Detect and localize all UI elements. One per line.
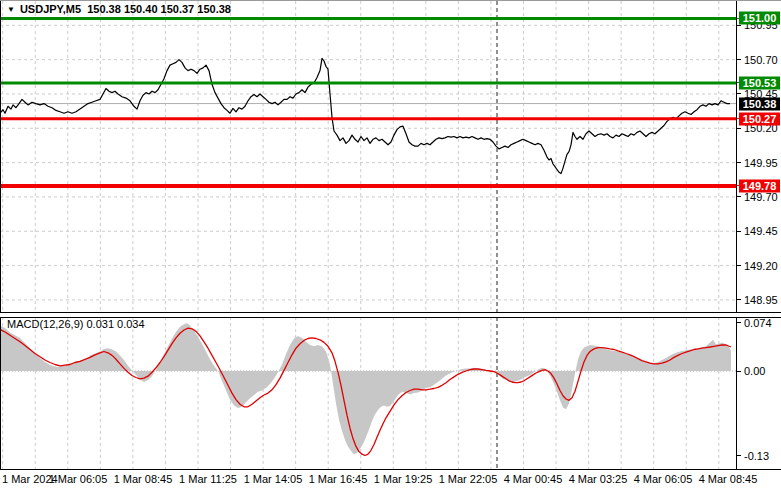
price-chart-pane[interactable] [0, 1, 736, 313]
time-axis-label: 4 Mar 08:45 [699, 473, 758, 485]
price-axis[interactable]: 150.95150.70150.45150.20149.95149.70149.… [736, 1, 781, 469]
time-axis-label: 1 Mar 19:25 [374, 473, 433, 485]
chart-window: ▼USDJPY,M5 150.38 150.40 150.37 150.38 M… [0, 0, 781, 489]
chart-title-quotes: 150.38 150.40 150.37 150.38 [87, 3, 231, 15]
chart-left-border [0, 1, 1, 469]
price-axis-label: 150.70 [744, 54, 778, 66]
price-axis-label: 148.95 [744, 294, 778, 306]
time-axis-label: 4 Mar 00:45 [504, 473, 563, 485]
price-line-series [0, 58, 730, 173]
level-price-badge: 150.53 [739, 76, 780, 89]
axis-tick-mark [737, 59, 741, 60]
price-axis-label: 149.45 [744, 225, 778, 237]
price-axis-label: 149.70 [744, 191, 778, 203]
time-axis-label: 1 Mar 08:45 [114, 473, 173, 485]
time-axis-label: 1 Mar 22:05 [439, 473, 498, 485]
axis-tick-mark [737, 455, 741, 456]
macd-axis-label: -0.13 [744, 450, 769, 462]
axis-tick-mark [737, 196, 741, 197]
chart-title-symbol: USDJPY,M5 [20, 3, 81, 15]
time-axis-label: 1 Mar 06:05 [49, 473, 108, 485]
time-axis-label: 4 Mar 06:05 [634, 473, 693, 485]
time-axis[interactable]: 1 Mar 20241 Mar 06:051 Mar 08:451 Mar 11… [0, 470, 781, 489]
axis-tick-mark [737, 25, 741, 26]
macd-indicator-label: MACD(12,26,9) 0.031 0.034 [7, 318, 145, 330]
axis-tick-mark [737, 371, 741, 372]
macd-axis-label: 0.00 [744, 365, 765, 377]
axis-tick-mark [737, 322, 741, 323]
level-price-badge: 151.00 [739, 12, 780, 25]
axis-tick-mark [737, 231, 741, 232]
chart-title: ▼USDJPY,M5 150.38 150.40 150.37 150.38 [7, 3, 231, 15]
time-axis-label: 1 Mar 14:05 [244, 473, 303, 485]
price-axis-label: 149.95 [744, 157, 778, 169]
time-axis-label: 4 Mar 03:25 [569, 473, 628, 485]
level-price-badge: 150.27 [739, 112, 780, 125]
chart-bottom-border [0, 469, 781, 470]
axis-tick-mark [737, 162, 741, 163]
time-axis-label: 1 Mar 11:25 [179, 473, 237, 485]
time-axis-label: 1 Mar 16:45 [309, 473, 368, 485]
axis-tick-mark [737, 299, 741, 300]
current-price-badge: 150.38 [739, 97, 780, 110]
symbol-dropdown-icon[interactable]: ▼ [7, 5, 15, 14]
axis-tick-mark [737, 128, 741, 129]
macd-axis-label: 0.074 [744, 317, 772, 329]
axis-tick-mark [737, 265, 741, 266]
macd-indicator-pane[interactable] [0, 317, 736, 469]
price-axis-label: 149.20 [744, 260, 778, 272]
axis-tick-mark [737, 93, 741, 94]
level-price-badge: 149.78 [739, 179, 780, 192]
